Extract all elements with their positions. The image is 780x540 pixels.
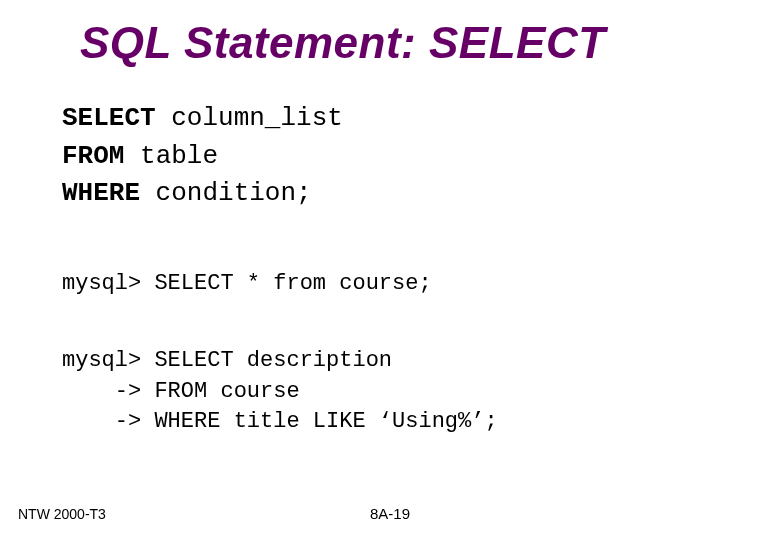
syntax-text: condition; xyxy=(140,178,312,208)
slide: SQL Statement: SELECT SELECT column_list… xyxy=(0,0,780,540)
example-2-line-3: -> WHERE title LIKE ‘Using%’; xyxy=(62,407,740,438)
slide-body: SELECT column_list FROM table WHERE cond… xyxy=(62,100,740,438)
example-2-line-2: -> FROM course xyxy=(62,377,740,408)
syntax-line-3: WHERE condition; xyxy=(62,175,740,213)
keyword-select: SELECT xyxy=(62,103,156,133)
syntax-text: column_list xyxy=(156,103,343,133)
footer-page-number: 8A-19 xyxy=(0,505,780,522)
syntax-line-1: SELECT column_list xyxy=(62,100,740,138)
example-2: mysql> SELECT description -> FROM course… xyxy=(62,346,740,438)
keyword-from: FROM xyxy=(62,141,124,171)
keyword-where: WHERE xyxy=(62,178,140,208)
example-2-line-1: mysql> SELECT description xyxy=(62,346,740,377)
syntax-text: table xyxy=(124,141,218,171)
syntax-line-2: FROM table xyxy=(62,138,740,176)
example-1: mysql> SELECT * from course; xyxy=(62,269,740,300)
slide-title: SQL Statement: SELECT xyxy=(80,18,740,68)
